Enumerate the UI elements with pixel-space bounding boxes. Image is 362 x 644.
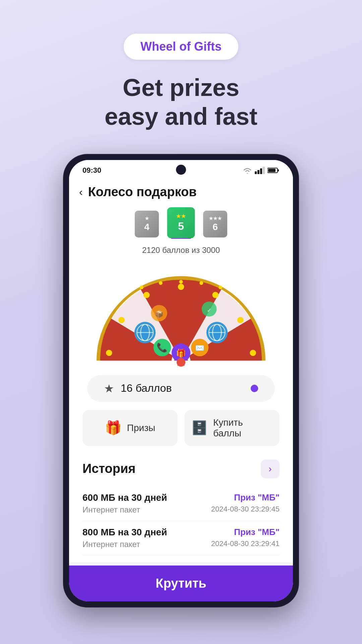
badge-6-num: 6 [213, 222, 218, 232]
wheel-svg-container: 📞 🎁 ✉️ 📦 ✓ [87, 273, 275, 367]
svg-rect-1 [257, 170, 259, 174]
history-item-0-type: Интернет пакет [82, 505, 167, 515]
buy-points-label: Купить баллы [213, 417, 273, 439]
svg-point-15 [118, 317, 125, 323]
phone-mockup: 09:30 [64, 155, 298, 607]
progress-text: 2120 баллов из 3000 [142, 246, 220, 255]
wheel-section: 📞 🎁 ✉️ 📦 ✓ [69, 260, 293, 367]
svg-point-21 [140, 285, 143, 289]
history-item-0-name: 600 МБ на 30 дней [82, 492, 167, 503]
buy-points-icon: 🗄️ [191, 420, 208, 436]
history-item-1-prize: Приз "МБ" [211, 527, 280, 537]
badge-5-stars: ★★ [176, 213, 186, 219]
spin-button[interactable]: Крутить [69, 566, 293, 601]
points-row: ★ 16 баллов [69, 367, 293, 410]
top-section: Wheel of Gifts Get prizes easy and fast [0, 0, 362, 155]
svg-text:✉️: ✉️ [195, 343, 204, 353]
svg-point-11 [212, 292, 219, 298]
prizes-label: Призы [127, 423, 155, 433]
wheel-svg: 📞 🎁 ✉️ 📦 ✓ [87, 273, 275, 367]
svg-point-20 [159, 281, 163, 285]
badge-6-stars: ★★★ [209, 216, 222, 221]
svg-point-17 [179, 280, 183, 283]
badge-5-num: 5 [178, 220, 184, 232]
svg-text:✓: ✓ [207, 307, 212, 313]
level-badge-5: ★★ 5 [167, 207, 195, 238]
svg-point-12 [237, 317, 244, 323]
level-badge-6: ★★★ 6 [203, 211, 227, 237]
action-buttons: 🎁 Призы 🗄️ Купить баллы [69, 410, 293, 453]
svg-point-19 [219, 285, 222, 289]
svg-point-14 [143, 292, 150, 298]
svg-text:📞: 📞 [157, 342, 168, 353]
battery-icon [267, 167, 280, 173]
star-icon: ★ [104, 382, 114, 395]
badge-4-num: 4 [144, 222, 149, 232]
svg-text:📦: 📦 [155, 310, 164, 318]
status-bar: 09:30 [69, 160, 293, 178]
history-item-1-date: 2024-08-30 23:29:41 [211, 539, 280, 548]
history-item-0-right: Приз "МБ" 2024-08-30 23:29:45 [211, 492, 280, 514]
dot-purple [251, 385, 258, 392]
app-title: Колесо подарков [88, 185, 197, 199]
history-item-0-left: 600 МБ на 30 дней Интернет пакет [82, 492, 167, 515]
chevron-right-icon: › [268, 464, 272, 474]
svg-point-43 [177, 358, 185, 367]
level-badges: ★ 4 ★★ 5 ★★★ 6 [135, 209, 227, 239]
svg-rect-0 [255, 171, 257, 174]
history-item-1: 800 МБ на 30 дней Интернет пакет Приз "М… [82, 521, 280, 555]
history-item-0-date: 2024-08-30 23:29:45 [211, 505, 280, 514]
status-time: 09:30 [82, 166, 101, 175]
prizes-icon: 🎁 [105, 420, 122, 436]
svg-text:🎁: 🎁 [176, 348, 186, 358]
camera-notch [176, 165, 186, 175]
history-item-0-prize: Приз "МБ" [211, 492, 280, 503]
status-icons [243, 167, 280, 174]
wifi-icon [243, 167, 252, 174]
history-item-1-type: Интернет пакет [82, 540, 167, 549]
headline: Get prizes easy and fast [105, 73, 257, 131]
svg-rect-5 [278, 169, 279, 171]
points-value: 16 баллов [121, 382, 244, 394]
signal-icon [255, 167, 265, 174]
level-badge-4: ★ 4 [135, 211, 159, 237]
svg-rect-6 [268, 169, 276, 172]
svg-point-18 [199, 281, 203, 285]
app-header: ‹ Колесо подарков [69, 178, 293, 206]
history-item-1-name: 800 МБ на 30 дней [82, 527, 167, 538]
svg-point-10 [178, 284, 184, 290]
history-item-1-right: Приз "МБ" 2024-08-30 23:29:41 [211, 527, 280, 548]
history-more-button[interactable]: › [261, 460, 280, 478]
phone-outer: 09:30 [64, 155, 298, 607]
levels-section: ★ 4 ★★ 5 ★★★ 6 [69, 206, 293, 260]
badge-4-stars: ★ [145, 216, 149, 221]
points-pill: ★ 16 баллов [87, 375, 275, 402]
history-section: История › 600 МБ на 30 дней Интернет пак… [69, 453, 293, 562]
svg-point-16 [106, 350, 112, 356]
buy-points-button[interactable]: 🗄️ Купить баллы [184, 410, 280, 446]
badge-pill: Wheel of Gifts [124, 34, 238, 60]
svg-point-13 [250, 350, 256, 356]
svg-rect-2 [260, 168, 262, 174]
svg-rect-3 [263, 167, 265, 174]
back-button[interactable]: ‹ [79, 186, 83, 198]
level-badge-5-wrapper: ★★ 5 [169, 209, 193, 239]
prizes-button[interactable]: 🎁 Призы [82, 410, 178, 446]
phone-inner: 09:30 [69, 160, 293, 601]
history-title: История [82, 462, 136, 476]
history-item-0: 600 МБ на 30 дней Интернет пакет Приз "М… [82, 486, 280, 521]
history-item-1-left: 800 МБ на 30 дней Интернет пакет [82, 527, 167, 549]
history-header: История › [82, 460, 280, 478]
